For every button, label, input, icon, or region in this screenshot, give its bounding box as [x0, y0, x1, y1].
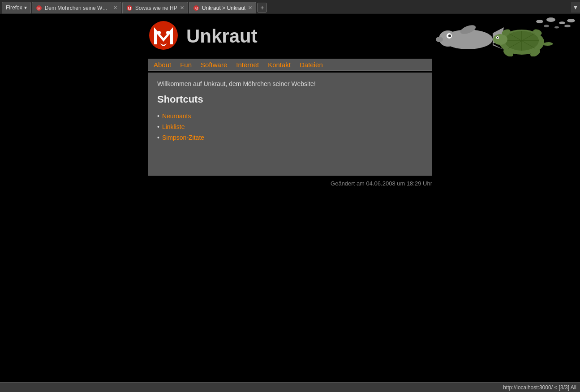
welcome-text: Willkommen auf Unkraut, dem Möhrchen sei… — [157, 80, 423, 87]
tab-1-close[interactable]: ✕ — [113, 5, 117, 11]
svg-point-9 — [536, 20, 543, 23]
nav-about[interactable]: About — [154, 61, 171, 69]
turtle-decoration — [423, 16, 580, 61]
svg-point-13 — [544, 25, 549, 27]
svg-point-12 — [567, 19, 575, 22]
svg-point-8 — [166, 31, 170, 34]
browser-chrome: Firefox ▾ M Dem Möhrchen seine Website ✕… — [0, 0, 580, 14]
link-linkliste[interactable]: Linkliste — [162, 123, 185, 130]
add-tab-button[interactable]: + — [257, 3, 267, 13]
svg-text:M: M — [194, 6, 198, 11]
logo: Unkraut — [148, 18, 258, 54]
nav-software[interactable]: Software — [201, 61, 227, 69]
tab-3-close[interactable]: ✕ — [248, 5, 252, 11]
link-neuroants[interactable]: Neuroants — [162, 112, 191, 120]
svg-text:M: M — [128, 6, 131, 11]
footer-modified: Geändert am 04.06.2008 um 18:29 Uhr — [148, 180, 432, 187]
tab-bar: Firefox ▾ M Dem Möhrchen seine Website ✕… — [0, 0, 580, 13]
shortcut-list: Neuroants Linkliste Simpson-Zitate — [157, 112, 423, 141]
modified-text: Geändert am 04.06.2008 um 18:29 Uhr — [331, 180, 432, 187]
site-title: Unkraut — [186, 26, 258, 47]
svg-text:M: M — [37, 6, 41, 11]
svg-point-31 — [497, 37, 498, 39]
tab-1-label: Dem Möhrchen seine Website — [45, 5, 111, 11]
tab-2-label: Sowas wie ne HP — [135, 5, 177, 11]
content-area: Willkommen auf Unkraut, dem Möhrchen sei… — [148, 73, 432, 176]
list-item-linkliste: Linkliste — [157, 123, 423, 130]
tab-1[interactable]: M Dem Möhrchen seine Website ✕ — [32, 2, 121, 13]
nav-internet[interactable]: Internet — [236, 61, 259, 69]
shortcuts-title: Shortcuts — [157, 94, 423, 105]
svg-point-7 — [157, 31, 161, 34]
tab-3-label: Unkraut > Unkraut — [202, 5, 246, 11]
tab-2-favicon: M — [126, 5, 133, 11]
logo-icon — [148, 18, 179, 54]
firefox-label: Firefox — [6, 4, 22, 11]
scroll-down-button[interactable]: ▼ — [571, 2, 580, 13]
svg-point-18 — [436, 37, 443, 42]
tab-2[interactable]: M Sowas wie ne HP ✕ — [122, 2, 188, 13]
header: Unkraut — [0, 14, 580, 59]
list-item-simpson: Simpson-Zitate — [157, 134, 423, 141]
svg-point-11 — [559, 22, 565, 24]
nav-dateien[interactable]: Dateien — [300, 61, 323, 69]
svg-point-20 — [448, 34, 451, 37]
firefox-button[interactable]: Firefox ▾ — [2, 2, 31, 13]
nav-fun[interactable]: Fun — [180, 61, 192, 69]
page: Unkraut — [0, 14, 580, 381]
main-nav: About Fun Software Internet Kontakt Date… — [148, 59, 432, 71]
firefox-dropdown-icon: ▾ — [24, 4, 27, 11]
tab-3[interactable]: M Unkraut > Unkraut ✕ — [189, 2, 257, 13]
scroll-down-icon: ▼ — [572, 4, 579, 11]
turtle-svg — [423, 16, 580, 56]
tab-3-favicon: M — [193, 5, 199, 11]
list-item-neuroants: Neuroants — [157, 112, 423, 120]
link-simpson[interactable]: Simpson-Zitate — [162, 134, 204, 141]
svg-point-29 — [493, 34, 507, 45]
nav-kontakt[interactable]: Kontakt — [268, 61, 291, 69]
tab-2-close[interactable]: ✕ — [180, 5, 184, 11]
tab-1-favicon: M — [36, 5, 42, 11]
add-tab-icon: + — [260, 4, 264, 11]
svg-point-15 — [564, 25, 571, 27]
svg-point-10 — [546, 17, 555, 22]
svg-point-14 — [554, 26, 559, 29]
